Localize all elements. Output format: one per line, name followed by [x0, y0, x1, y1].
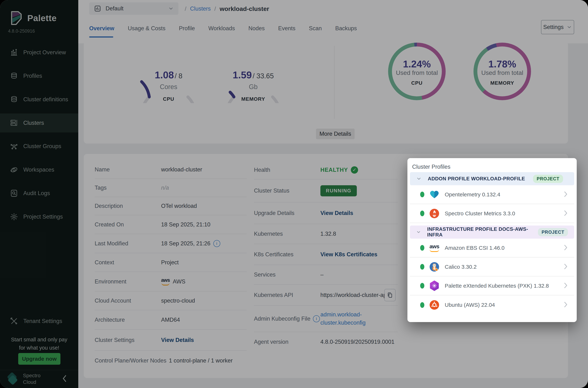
profile-item-label: Opentelemetry 0.132.4 [445, 192, 563, 198]
profile-item-label: Calico 3.30.2 [445, 264, 563, 270]
project-badge: PROJECT [538, 228, 568, 236]
profile-item-ubuntu[interactable]: Ubuntu (AWS) 22.04 [410, 295, 574, 315]
app-window: Palette 4.8.0-250916 Project Overview Pr… [0, 0, 588, 388]
status-dot-icon [420, 264, 424, 270]
status-dot-icon [420, 192, 424, 197]
panel-title: Cluster Profiles [412, 164, 450, 170]
pxk-icon: ✳ [429, 281, 440, 291]
profile-item-opentelemetry[interactable]: Opentelemetry 0.132.4 [410, 185, 574, 204]
chevron-right-icon [563, 244, 568, 252]
prometheus-icon [429, 208, 440, 219]
profile-item-label: Palette eXtended Kubernetes (PXK) 1.32.8 [445, 283, 563, 289]
status-dot-icon [420, 245, 424, 251]
chevron-right-icon [563, 263, 568, 271]
section-header-label: INFRASTRUCTURE PROFILE DOCS-AWS-INFRA [427, 226, 530, 238]
ubuntu-icon [429, 300, 440, 310]
profile-item-calico[interactable]: Calico 3.30.2 [410, 258, 574, 276]
profile-item-amazon-ebs-csi[interactable]: aws Amazon EBS CSI 1.46.0 [410, 239, 574, 258]
profile-item-label: Amazon EBS CSI 1.46.0 [445, 245, 563, 251]
cluster-profiles-panel: Cluster Profiles ADDON PROFILE WORKLOAD-… [407, 158, 577, 322]
calico-icon [429, 262, 440, 272]
addon-profile-section-header[interactable]: ADDON PROFILE WORKLOAD-PROFILE PROJECT [410, 172, 574, 185]
chevron-down-icon [416, 176, 422, 181]
chevron-right-icon [563, 282, 568, 290]
chevron-right-icon [563, 210, 568, 217]
chevron-right-icon [563, 191, 568, 198]
status-dot-icon [420, 211, 424, 216]
infrastructure-profile-section-header[interactable]: INFRASTRUCTURE PROFILE DOCS-AWS-INFRA PR… [410, 225, 574, 239]
profile-item-label: Ubuntu (AWS) 22.04 [445, 302, 563, 308]
profile-item-spectro-cluster-metrics[interactable]: Spectro Cluster Metrics 3.3.0 [410, 204, 574, 223]
status-dot-icon [420, 283, 424, 289]
profile-item-label: Spectro Cluster Metrics 3.3.0 [445, 210, 563, 217]
aws-icon: aws [429, 243, 440, 253]
profile-item-pxk[interactable]: ✳ Palette eXtended Kubernetes (PXK) 1.32… [410, 276, 574, 295]
status-dot-icon [420, 302, 424, 308]
section-header-label: ADDON PROFILE WORKLOAD-PROFILE [428, 176, 525, 182]
chevron-down-icon [416, 229, 421, 235]
opentelemetry-icon [429, 189, 440, 200]
chevron-right-icon [563, 301, 568, 309]
project-badge: PROJECT [533, 175, 563, 183]
